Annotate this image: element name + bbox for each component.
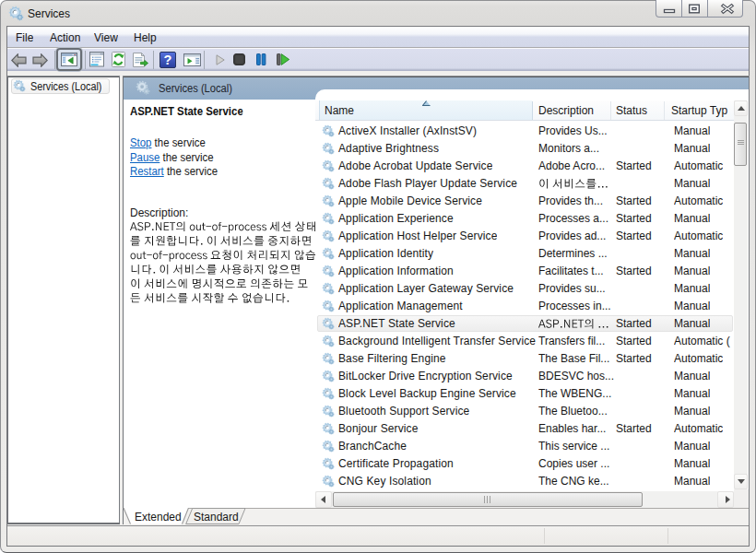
svg-text:?: ? — [164, 53, 172, 67]
